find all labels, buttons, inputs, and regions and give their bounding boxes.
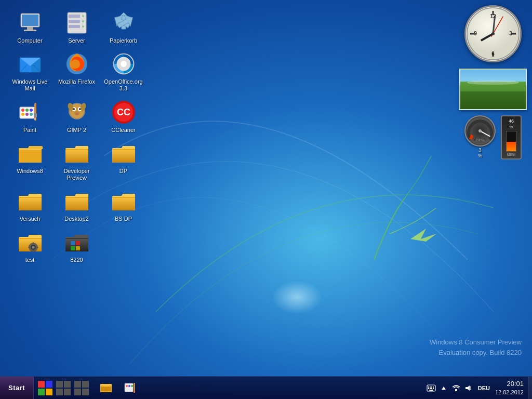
volume-tray-icon[interactable] [463, 383, 474, 393]
icon-bs-dp[interactable]: BS DP [101, 186, 145, 225]
svg-rect-91 [428, 388, 429, 389]
icon-computer-label: Computer [17, 37, 42, 44]
svg-rect-93 [431, 388, 432, 389]
svg-point-11 [82, 25, 84, 28]
svg-point-82 [128, 385, 130, 387]
svg-marker-96 [442, 387, 446, 390]
taskbar-clock[interactable]: 20:01 12.02.2012 [495, 380, 524, 396]
folder-dev-icon [64, 141, 89, 166]
taskbar-explorer[interactable] [95, 377, 118, 400]
mem-bar-fill [507, 142, 516, 151]
tray-expand-icon[interactable] [438, 383, 449, 393]
taskbar-date: 12.02.2012 [495, 389, 524, 396]
icon-paint-label: Paint [23, 127, 36, 134]
icon-developer-preview[interactable]: Developer Preview [55, 138, 99, 184]
icon-papierkorb[interactable]: Papierkorb [101, 8, 145, 47]
photo-widget[interactable] [459, 69, 527, 110]
metro-tile-2 [56, 381, 71, 395]
svg-rect-6 [69, 15, 80, 18]
icon-8220[interactable]: 8220 [55, 227, 99, 266]
icon-gimp-label: GIMP 2 [67, 127, 86, 134]
icon-desktop2[interactable]: Desktop2 [55, 186, 99, 225]
folder-versuch-icon [18, 189, 43, 214]
svg-rect-33 [34, 103, 36, 114]
icon-server[interactable]: Server [55, 8, 99, 47]
svg-point-27 [21, 109, 24, 112]
recycle-icon [111, 10, 136, 35]
svg-point-72 [491, 32, 495, 35]
gauge-widget: CPU 3 % 46 % MEM [462, 116, 524, 158]
desktop: Computer Server Papierkorb [0, 0, 532, 399]
icon-windows-live-mail[interactable]: Windows Live Mail [8, 49, 52, 95]
svg-point-30 [21, 113, 24, 116]
watermark-line1: Windows 8 Consumer Preview [430, 337, 522, 348]
svg-text:3: 3 [509, 31, 512, 36]
svg-rect-58 [71, 246, 75, 250]
svg-rect-94 [433, 388, 434, 389]
folder-desktop2-icon [64, 189, 89, 214]
icon-firefox[interactable]: Mozilla Firefox [55, 49, 99, 95]
network-tray-icon[interactable] [451, 383, 461, 393]
taskbar-paint[interactable] [119, 377, 142, 400]
icon-desktop2-label: Desktop2 [64, 216, 88, 222]
metro-tiles [34, 381, 93, 395]
taskbar: Start [0, 376, 532, 399]
openoffice-icon [111, 51, 136, 76]
server-icon [64, 10, 89, 35]
clock-widget[interactable]: 12 3 6 9 [464, 5, 522, 62]
svg-rect-56 [71, 241, 75, 245]
icon-windows8[interactable]: Windows8 [8, 138, 52, 184]
icon-openoffice-label: OpenOffice.org 3.3 [104, 78, 143, 92]
start-button[interactable]: Start [0, 377, 34, 400]
icon-openoffice[interactable]: OpenOffice.org 3.3 [101, 49, 145, 95]
metro-tile-3 [74, 381, 89, 395]
icon-paint[interactable]: Paint [8, 97, 52, 136]
icon-8220-label: 8220 [70, 257, 83, 263]
icon-versuch-label: Versuch [20, 216, 41, 222]
svg-point-29 [30, 109, 33, 112]
language-tray[interactable]: DEU [476, 383, 492, 393]
widgets-area: 12 3 6 9 [459, 5, 527, 158]
svg-rect-55 [36, 247, 38, 248]
svg-point-7 [82, 15, 84, 17]
mem-label: MEM [504, 153, 518, 156]
icon-ccleaner-label: CCleaner [111, 127, 135, 134]
svg-rect-90 [433, 387, 434, 388]
icon-versuch[interactable]: Versuch [8, 186, 52, 225]
svg-rect-8 [69, 20, 80, 23]
svg-rect-54 [28, 247, 30, 248]
svg-point-28 [25, 109, 29, 112]
metro-tile-1 [38, 381, 52, 395]
svg-point-75 [478, 129, 482, 132]
clock-face: 12 3 6 9 [466, 7, 520, 61]
folder-bs-dp-icon [111, 189, 136, 214]
svg-rect-80 [125, 383, 133, 392]
mem-percent-sign: % [504, 125, 518, 129]
show-desktop-button[interactable] [528, 377, 532, 400]
mem-bar-container [506, 131, 516, 152]
icon-dp[interactable]: DP [101, 138, 145, 184]
svg-rect-2 [22, 15, 38, 26]
paint-icon [18, 100, 43, 125]
svg-point-51 [32, 246, 34, 249]
icon-test[interactable]: test [8, 227, 52, 266]
desktop-icons-area: Computer Server Papierkorb [5, 5, 151, 269]
icon-bs-dp-label: BS DP [115, 216, 132, 222]
keyboard-tray-icon[interactable] [426, 383, 436, 393]
svg-rect-35 [34, 117, 36, 121]
folder-8220-icon [64, 230, 89, 255]
icon-mail-label: Windows Live Mail [10, 78, 49, 92]
svg-rect-10 [69, 25, 80, 28]
svg-point-31 [25, 113, 29, 116]
folder-dp-icon [111, 141, 136, 166]
icon-firefox-label: Mozilla Firefox [58, 78, 95, 85]
cpu-percent-sign: % [464, 153, 496, 158]
icon-computer[interactable]: Computer [8, 8, 52, 47]
icon-gimp[interactable]: GIMP 2 [55, 97, 99, 136]
icon-server-label: Server [68, 37, 85, 44]
taskbar-time: 20:01 [495, 380, 524, 389]
icon-ccleaner[interactable]: CC CCleaner [101, 97, 145, 136]
icon-test-label: test [25, 257, 35, 263]
svg-point-43 [75, 112, 78, 115]
mem-gauge: 46 % MEM [501, 115, 522, 159]
